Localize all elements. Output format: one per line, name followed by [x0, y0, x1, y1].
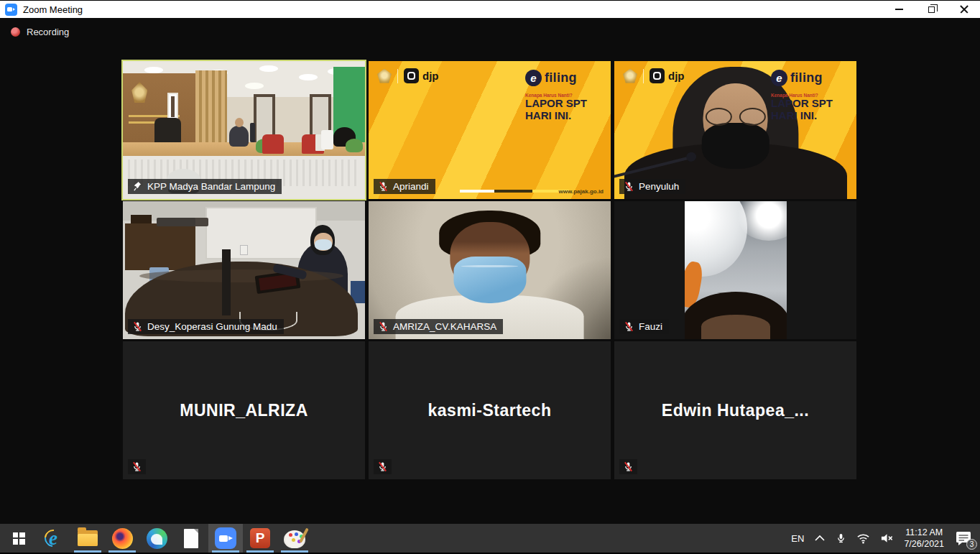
participant-name-centered: kasmi-Startech [369, 341, 611, 479]
taskbar-edge[interactable] [139, 524, 174, 553]
participant-name: Desy_Koperasi Gunung Madu [147, 321, 277, 332]
participant-name-tag: Apriandi [374, 179, 435, 194]
table-items [157, 218, 195, 226]
recording-label: Recording [27, 27, 69, 37]
tray-wifi-icon[interactable] [856, 532, 870, 544]
start-button[interactable] [1, 524, 36, 553]
tray-clock[interactable]: 11:12 AM 7/26/2021 [904, 527, 944, 550]
divider [397, 69, 398, 83]
minimize-button[interactable] [883, 1, 915, 18]
person-face-mask [701, 123, 769, 168]
muted-mic-icon [623, 461, 634, 472]
participant-name: Fauzi [639, 321, 662, 332]
close-button[interactable] [948, 1, 980, 18]
kemenkeu-logo-icon [377, 69, 392, 83]
system-tray: EN 11:12 AM 7 [791, 524, 980, 553]
tray-microphone-icon[interactable] [836, 532, 846, 545]
participant-tile-penyuluh[interactable]: djp e filing Kenapa Harus Nanti? LAPOR S… [614, 61, 856, 199]
participant-name-centered: Edwin Hutapea_... [614, 341, 856, 479]
taskbar-file-explorer[interactable] [70, 524, 105, 553]
tray-volume-muted-icon[interactable] [880, 532, 894, 544]
file-explorer-icon [78, 530, 98, 546]
taskbar-firefox[interactable] [105, 524, 139, 553]
muted-mic-icon [378, 321, 389, 332]
side-table [125, 223, 195, 270]
participant-tile-fauzi[interactable]: Fauzi [614, 201, 856, 339]
office-person [229, 126, 249, 147]
zoom-camera-icon [215, 527, 236, 549]
desk-plant [346, 139, 363, 152]
firefox-icon [112, 528, 133, 549]
djp-logo-text: djp [668, 70, 685, 82]
efiling-tagline-2: HARI INI. [771, 110, 846, 122]
taskbar-paint[interactable] [277, 524, 312, 553]
recording-indicator[interactable]: Recording [11, 27, 69, 37]
participant-tile-edwin[interactable]: Edwin Hutapea_... [614, 341, 856, 479]
notification-badge: 3 [966, 539, 977, 550]
participant-tile-amriza[interactable]: AMRIZA_CV.KAHARSA [369, 201, 611, 339]
participant-name: AMRIZA_CV.KAHARSA [393, 321, 496, 332]
zoom-meeting-window: Zoom Meeting Recording [0, 0, 980, 554]
pinned-icon [132, 181, 143, 192]
participant-name-centered: MUNIR_ALRIZA [123, 341, 365, 479]
divider [643, 69, 644, 83]
taskbar-powerpoint[interactable]: P [243, 524, 277, 553]
restore-button[interactable] [915, 1, 948, 18]
participant-tile-desy[interactable]: Desy_Koperasi Gunung Madu [123, 201, 365, 339]
action-center-button[interactable]: 3 [954, 530, 973, 547]
muted-mic-icon [131, 461, 142, 472]
participant-name-tag: Fauzi [619, 319, 669, 334]
participant-name-tag: Penyuluh [619, 179, 685, 194]
efiling-tagline-1: LAPOR SPT [525, 98, 601, 110]
participant-mic-tag [619, 459, 637, 474]
muted-mic-icon [624, 321, 634, 332]
efiling-e-icon: e [525, 70, 542, 86]
monitor-stand [222, 249, 231, 315]
muted-mic-icon [132, 321, 143, 332]
title-bar[interactable]: Zoom Meeting [0, 0, 980, 18]
participant-tile-kasmi[interactable]: kasmi-Startech [369, 341, 611, 479]
close-icon [960, 5, 969, 14]
muted-mic-icon [378, 181, 389, 192]
participant-name-tag: AMRIZA_CV.KAHARSA [374, 319, 503, 334]
powerpoint-icon: P [250, 528, 270, 548]
paint-icon [284, 529, 305, 548]
zoom-app-icon [5, 4, 17, 16]
participant-mic-tag [374, 459, 392, 474]
document-icon [184, 529, 198, 548]
pajak-website: www.pajak.go.id [559, 188, 604, 195]
participant-name-tag: Desy_Koperasi Gunung Madu [128, 319, 284, 334]
restore-icon [928, 6, 935, 13]
minimize-icon [895, 9, 903, 10]
windows-taskbar: e P EN [0, 524, 980, 554]
muted-mic-icon [624, 181, 634, 192]
participant-name: KPP Madya Bandar Lampung [147, 181, 275, 192]
efiling-e-icon: e [771, 70, 787, 86]
tray-chevron-up-icon[interactable] [814, 535, 826, 542]
djp-logo-icon [650, 68, 665, 83]
guest-chair [262, 134, 284, 154]
kemenkeu-logo-icon [623, 69, 637, 83]
edge-icon [147, 528, 167, 549]
video-grid: KPP Madya Bandar Lampung djp e filing [123, 61, 856, 479]
participant-tile-apriandi[interactable]: djp e filing Kenapa Harus Nanti? LAPOR S… [369, 61, 611, 199]
participant-mic-tag [128, 459, 146, 474]
person-forehead [701, 315, 770, 339]
window-title: Zoom Meeting [23, 4, 83, 15]
tray-date: 7/26/2021 [904, 538, 944, 550]
person-face-mask [315, 239, 332, 250]
participant-name-tag: KPP Madya Bandar Lampung [128, 179, 282, 194]
participant-tile-munir[interactable]: MUNIR_ALRIZA [123, 341, 365, 479]
taskbar-zoom[interactable] [208, 524, 243, 553]
efiling-tagline-2: HARI INI. [525, 110, 601, 122]
efiling-banner: e filing Kenapa Harus Nanti? LAPOR SPT H… [771, 70, 846, 121]
wall-outlet [240, 245, 247, 254]
taskbar-notepad[interactable] [174, 524, 208, 553]
guest-chair [302, 134, 323, 154]
banner-progress-stripes [460, 190, 569, 193]
sanitizer-bottle [321, 130, 333, 149]
language-indicator[interactable]: EN [791, 533, 804, 544]
taskbar-internet-explorer[interactable]: e [36, 524, 70, 553]
participant-tile-kpp-madya[interactable]: KPP Madya Bandar Lampung [123, 61, 365, 199]
portrait-video-strip [685, 201, 787, 339]
